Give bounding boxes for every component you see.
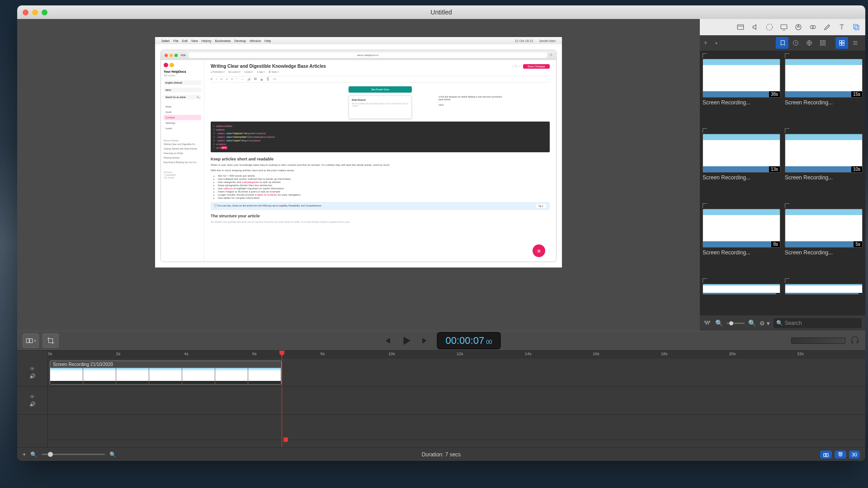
eye-icon[interactable]: 👁 bbox=[30, 366, 35, 371]
media-gallery[interactable]: Screen Recording...Screen Recording...Sc… bbox=[700, 51, 865, 315]
audio-tool-icon[interactable] bbox=[750, 22, 760, 33]
timeline-zoom-slider[interactable] bbox=[42, 454, 105, 455]
media-label: Screen Recording... bbox=[703, 249, 780, 256]
tab-history-icon[interactable] bbox=[789, 37, 802, 49]
svg-rect-27 bbox=[824, 453, 829, 456]
view-list-icon[interactable] bbox=[849, 37, 862, 49]
media-item[interactable]: Screen Recording... bbox=[703, 53, 780, 124]
thumb-size-slider[interactable] bbox=[726, 323, 745, 324]
recent-item: Exporting & Backing Up Your An... bbox=[164, 160, 201, 164]
corner-icon bbox=[785, 203, 789, 208]
video-track-controls: 👁 🔊 bbox=[17, 359, 47, 387]
overlay-tool-icon[interactable] bbox=[851, 22, 862, 33]
code-block: 1 <label></label> 2 <select> 3 <option v… bbox=[211, 122, 550, 152]
panel-tabs: + ▾ bbox=[700, 35, 865, 51]
crop-button[interactable] bbox=[42, 333, 59, 348]
article-body: Set Fresh Now Stale Reason We've updated… bbox=[211, 86, 550, 224]
split-clip-button[interactable]: » bbox=[23, 333, 39, 348]
tab-grid-icon[interactable] bbox=[816, 37, 829, 49]
prev-button[interactable] bbox=[382, 336, 392, 346]
modal-title: Stale Reason bbox=[352, 99, 409, 101]
svg-rect-16 bbox=[821, 43, 822, 45]
search-input[interactable]: 🔍 Search bbox=[774, 318, 862, 328]
media-item[interactable]: Screen Recording... bbox=[785, 128, 863, 199]
tab-web-icon[interactable] bbox=[803, 37, 816, 49]
screen-tool-icon[interactable] bbox=[778, 22, 789, 33]
menu-bookmarks: Bookmarks bbox=[215, 39, 231, 42]
timer-tool-icon[interactable] bbox=[764, 22, 775, 33]
svg-point-2 bbox=[766, 24, 773, 30]
add-media-button[interactable]: + bbox=[703, 39, 712, 47]
media-thumbnail[interactable] bbox=[785, 209, 863, 248]
speaker-icon[interactable]: 🔊 bbox=[29, 401, 36, 407]
env-select: demo bbox=[164, 88, 201, 92]
menubar-user: Jarratt Isted bbox=[539, 39, 556, 42]
media-thumbnail[interactable] bbox=[703, 209, 780, 248]
zoom-in-icon[interactable]: 🔍 bbox=[748, 319, 756, 327]
magnet-badge[interactable] bbox=[835, 450, 846, 459]
next-button[interactable] bbox=[421, 336, 431, 346]
media-thumbnail[interactable] bbox=[785, 134, 863, 173]
helpdocs-app: Your HelpDocs 150 Articles English (Defa… bbox=[161, 60, 556, 262]
media-label: Screen Recording... bbox=[703, 99, 780, 106]
menu-safari: Safari bbox=[161, 39, 170, 42]
pencil-tool-icon[interactable] bbox=[822, 22, 833, 33]
helpdocs-main: Writing Clear and Digestible Knowledge B… bbox=[204, 60, 556, 262]
extra-track[interactable] bbox=[48, 415, 865, 440]
playhead[interactable] bbox=[282, 351, 282, 447]
text-tool-icon[interactable] bbox=[836, 22, 847, 33]
video-clip[interactable]: Screen Recording 21/10/2020 bbox=[50, 361, 282, 385]
media-item[interactable]: Screen Recording... bbox=[785, 203, 863, 274]
link-tool-icon[interactable] bbox=[807, 22, 818, 33]
dropdown-icon[interactable]: ▾ bbox=[715, 41, 717, 46]
eye-icon[interactable]: 👁 bbox=[30, 394, 35, 399]
tab-clips-icon[interactable] bbox=[776, 37, 788, 49]
svg-rect-19 bbox=[842, 41, 844, 43]
right-panel: + ▾ Screen Recording...Screen Recording.… bbox=[700, 19, 865, 331]
media-thumbnail[interactable] bbox=[703, 59, 780, 98]
media-thumbnail[interactable] bbox=[785, 59, 863, 98]
ruler-tick: 8s bbox=[321, 352, 325, 356]
play-button[interactable] bbox=[400, 334, 413, 347]
minimize-window-icon[interactable] bbox=[32, 9, 38, 15]
bullet-list: Aim for < 500 words per article Use bull… bbox=[211, 174, 550, 199]
safari-url: demo.helpdocs.io bbox=[189, 52, 547, 58]
recent-item: Filtering Articles bbox=[164, 155, 201, 160]
fullscreen-window-icon[interactable] bbox=[42, 9, 47, 15]
add-track-button[interactable]: + bbox=[23, 451, 26, 458]
zoom-in-timeline-icon[interactable]: 🔍 bbox=[109, 451, 116, 458]
end-marker-icon[interactable] bbox=[283, 437, 288, 442]
headphone-icon[interactable] bbox=[850, 335, 860, 347]
time-ruler[interactable]: 0s2s4s6s8s10s12s14s16s18s20s22s24s bbox=[48, 351, 865, 359]
audio-meter bbox=[791, 338, 845, 344]
audio-track[interactable] bbox=[48, 387, 865, 415]
close-window-icon[interactable] bbox=[23, 9, 28, 15]
menu-help: Help bbox=[264, 39, 271, 42]
titlebar[interactable]: Untitled bbox=[17, 5, 865, 19]
zoom-out-icon[interactable]: 🔍 bbox=[715, 319, 723, 327]
waveform-icon[interactable] bbox=[703, 319, 712, 327]
video-tool-icon[interactable] bbox=[735, 22, 746, 33]
media-item[interactable]: Screen Recording... bbox=[703, 203, 780, 274]
recent-item: Featuring an Article bbox=[164, 151, 201, 155]
media-item[interactable]: Screen Recording... bbox=[785, 53, 863, 124]
view-grid-icon[interactable] bbox=[835, 37, 848, 49]
speaker-icon[interactable]: 🔊 bbox=[29, 373, 36, 379]
snapshot-badge[interactable] bbox=[820, 450, 832, 459]
tip-badge: Tip ▾ bbox=[536, 204, 546, 208]
meta-author: Set author ▾ bbox=[228, 70, 241, 73]
fps-badge[interactable]: 30 bbox=[849, 450, 860, 459]
playback-area: » 00:00:07 00 bbox=[17, 331, 865, 461]
canvas-area[interactable]: Safari File Edit View History Bookmarks … bbox=[17, 19, 700, 331]
settings-icon[interactable]: ⚙ ▾ bbox=[760, 320, 770, 327]
video-track[interactable]: Screen Recording 21/10/2020 bbox=[48, 359, 865, 387]
timeline-footer: + 🔍 🔍 Duration: 7 secs 30 bbox=[17, 447, 865, 461]
nav-audit: Audit bbox=[164, 109, 201, 115]
svg-rect-3 bbox=[781, 25, 787, 29]
media-item[interactable]: Screen Recording... bbox=[703, 128, 780, 199]
menu-view: View bbox=[191, 39, 198, 42]
zoom-out-timeline-icon[interactable]: 🔍 bbox=[30, 451, 37, 458]
cursor-tool-icon[interactable] bbox=[793, 22, 804, 33]
media-thumbnail[interactable] bbox=[703, 134, 780, 173]
timeline-canvas[interactable]: 0s2s4s6s8s10s12s14s16s18s20s22s24s Scree… bbox=[48, 351, 865, 447]
